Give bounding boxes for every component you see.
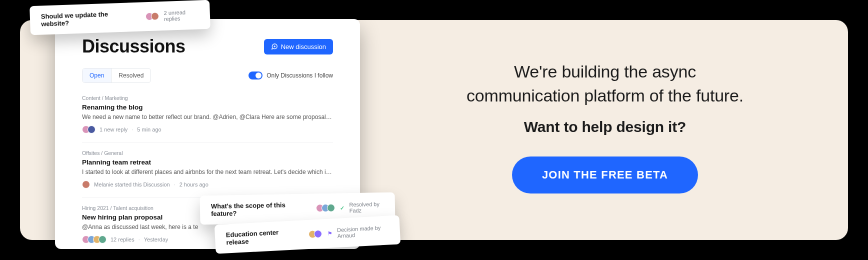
discussion-item[interactable]: Content / Marketing Renaming the blog We… <box>82 95 333 142</box>
toast-title: Education center release <box>226 228 294 246</box>
headline-line2: communication platform of the future. <box>466 86 744 105</box>
separator-dot: · <box>138 236 140 242</box>
status-tabs: Open Resolved <box>82 68 151 83</box>
discussion-title: Renaming the blog <box>82 104 333 111</box>
avatar <box>151 12 160 20</box>
avatar-stack <box>308 230 322 238</box>
discussion-title: Planning team retreat <box>82 158 333 166</box>
breadcrumb: Offsites / General <box>82 150 333 156</box>
toast-meta: Decision made by Arnaud <box>337 224 390 238</box>
subheadline: Want to help design it? <box>410 118 800 136</box>
marketing-block: We're building the async communication p… <box>410 60 800 194</box>
page-title: Discussions <box>82 36 186 57</box>
check-icon: ✓ <box>340 204 344 211</box>
avatar-stack <box>146 12 160 20</box>
separator-dot: · <box>174 182 176 188</box>
avatar-stack <box>82 236 106 244</box>
tab-resolved[interactable]: Resolved <box>112 68 150 82</box>
headline: We're building the async communication p… <box>410 60 800 108</box>
meta-time: 5 min ago <box>137 126 161 132</box>
breadcrumb: Content / Marketing <box>82 95 333 101</box>
meta-replies: 1 new reply <box>100 126 128 132</box>
toast-title: What's the scope of this feature? <box>211 201 301 218</box>
discussion-item[interactable]: Offsites / General Planning team retreat… <box>82 142 333 198</box>
avatar <box>82 180 90 188</box>
follow-toggle[interactable] <box>248 72 262 80</box>
avatar <box>88 126 96 134</box>
new-discussion-button[interactable]: New discussion <box>264 39 333 54</box>
tab-open[interactable]: Open <box>82 68 112 82</box>
toast-title: Should we update the website? <box>41 10 131 28</box>
discussion-snippet: We need a new name to better reflect our… <box>82 114 333 120</box>
toast-meta: Resolved by Fadz <box>349 201 384 214</box>
discussion-snippet: I started to look at different places an… <box>82 168 333 176</box>
chat-plus-icon <box>271 43 278 50</box>
avatar <box>98 236 106 244</box>
avatar <box>314 230 322 238</box>
avatar-stack <box>316 204 334 212</box>
avatar-stack <box>82 180 90 188</box>
meta-replies: Melanie started this Discussion <box>94 182 170 188</box>
follow-label: Only Discussions I follow <box>266 72 333 79</box>
join-beta-button[interactable]: JOIN THE FREE BETA <box>512 156 698 194</box>
new-discussion-label: New discussion <box>281 43 326 50</box>
meta-time: 2 hours ago <box>180 182 208 188</box>
toast-meta: 2 unread replies <box>164 8 199 22</box>
separator-dot: · <box>132 126 133 132</box>
avatar-stack <box>82 126 96 134</box>
flag-icon: ⚑ <box>327 230 332 237</box>
avatar <box>326 204 334 212</box>
headline-line1: We're building the async <box>514 62 696 81</box>
meta-replies: 12 replies <box>110 236 134 242</box>
meta-time: Yesterday <box>144 236 168 242</box>
